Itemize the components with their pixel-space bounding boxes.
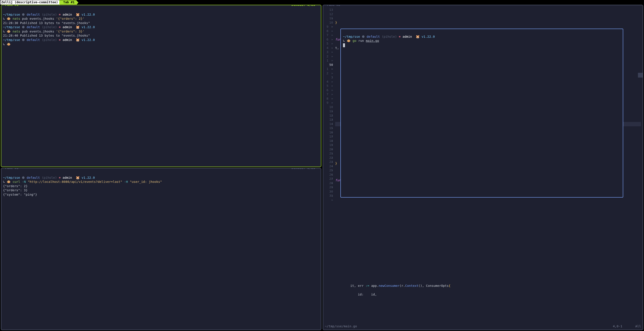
separator-icon: ⬢ [22, 13, 25, 16]
pane-3[interactable]: Pane #3 SCROLL: 0/23 ~/tmp/sse ⬢ default… [1, 168, 321, 330]
cmd-go: go [352, 39, 356, 42]
pane-3-title: Pane #3 [4, 168, 20, 170]
line-gutter: 1312 »1110 »9 »8 »7 »6 »5 »4 »3 »2 »1 »5… [325, 8, 335, 330]
cmd-nats: nats [12, 17, 20, 20]
pane-1-scroll: SCROLL: 0/23 [290, 5, 316, 7]
session-name: Zellij (descriptive-committee) [0, 0, 59, 4]
float-prompt-path: ~/tmp/sse [343, 35, 360, 38]
output-line: 21:28:30 Published 13 bytes to "events.j… [3, 21, 90, 25]
output-line: 21:28:40 Published 13 bytes to "events.j… [3, 34, 90, 37]
curl-header: "user_id: jhooks" [130, 180, 162, 184]
cmd-curl: curl [12, 180, 20, 184]
pane-1[interactable]: Pane #1 SCROLL: 0/23 ~/tmp/sse ⬢ default… [1, 5, 321, 167]
status-file: ~/tmp/sse/main.go [325, 324, 613, 328]
cursor-icon [343, 43, 345, 47]
pane-2-title: Pane #2 [326, 5, 342, 7]
editor-statusline: ~/tmp/sse/main.go 4,0-1 All [325, 324, 641, 328]
kube-context: default [27, 13, 40, 16]
pane-3-body[interactable]: ~/tmp/sse ⬢ default (pihole) ⎈ admin 🐹 v… [3, 171, 319, 201]
go-run-target: main.go [366, 39, 379, 42]
floating-terminal[interactable]: ~/tmp/sse ⬢ default (pihole) ⎈ admin 🐹 v… [340, 28, 623, 198]
curl-flag-H: -H [124, 180, 128, 184]
prompt-arrow: ↳ 🐵 [3, 17, 12, 20]
status-position: 4,0-1 [613, 324, 635, 328]
curl-flag-N: -N [22, 180, 26, 184]
kube-icon: ⎈ [59, 13, 61, 16]
pane-2[interactable]: Pane #2 1312 »1110 »9 »8 »7 »6 »5 »4 »3 … [323, 5, 643, 330]
top-status-bar: Zellij (descriptive-committee) Tab #1 [0, 0, 644, 5]
kube-host: (pihole) [42, 13, 57, 16]
status-percent: All [635, 324, 641, 328]
prompt-user: admin [62, 13, 72, 16]
prompt-path: ~/tmp/sse [3, 13, 20, 16]
curl-url: "http://localhost:8080/api/v1/events?del… [28, 180, 122, 184]
go-version: v1.22.0 [82, 13, 95, 16]
curl-output-line: {"orders": 2} [3, 184, 28, 188]
prompt-arrow: ↳ 🐵 [3, 42, 12, 46]
curl-output-line: {"system": "ping"} [3, 193, 37, 196]
pane-1-body[interactable]: ~/tmp/sse ⬢ default (pihole) ⎈ admin 🐹 v… [3, 8, 319, 51]
pane-3-scroll: SCROLL: 0/23 [290, 168, 316, 170]
pane-1-title: Pane #1 [4, 5, 20, 7]
gopher-icon: 🐹 [76, 13, 80, 16]
curl-output-line: {"orders": 3} [3, 188, 28, 192]
tab-1[interactable]: Tab #1 [59, 0, 76, 4]
workspace: Pane #1 SCROLL: 0/23 ~/tmp/sse ⬢ default… [0, 5, 644, 331]
